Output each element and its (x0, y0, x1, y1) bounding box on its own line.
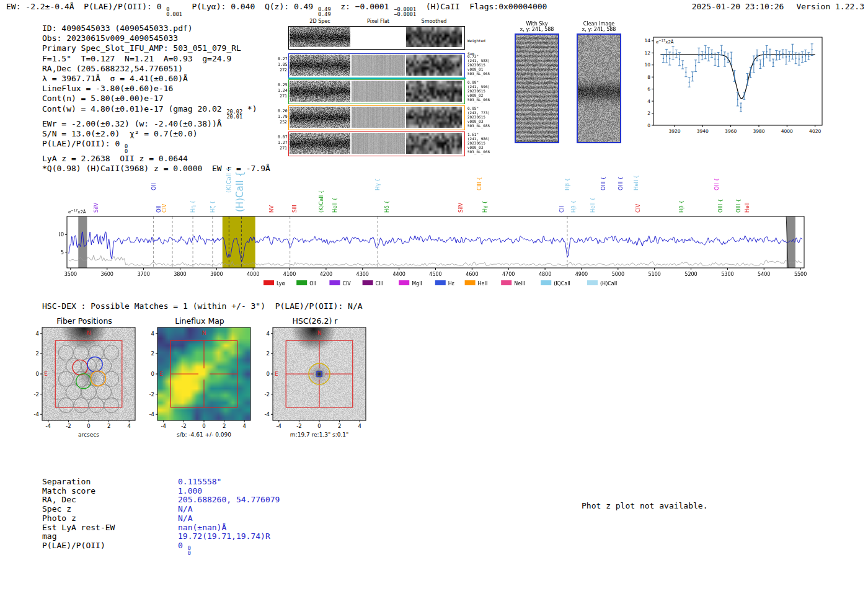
fiber-positions-plot: -4-4-2-2002244NEarcsecs (24, 326, 145, 442)
fiber-weight-labels: 0.271.05272 (278, 56, 287, 73)
line-marker-label: HeII { (633, 175, 639, 190)
svg-text:2: 2 (223, 423, 226, 429)
svg-text:2: 2 (267, 350, 270, 357)
with-sky-title: With Sky (512, 21, 562, 27)
header-stats-line: EW: -2.2±-0.4Å P(LAE)/P(OII): 0 00.001 P… (6, 2, 547, 17)
match-row: P(LAE)/P(OII)0 00 (42, 541, 280, 556)
svg-text:-4: -4 (149, 411, 154, 417)
line-marker-label: OII (151, 183, 157, 190)
fiber-id-labels: 0.95"(243, 773)20230615v009_03503_RL_085 (467, 106, 490, 128)
pixel-flat-strip (352, 107, 405, 128)
svg-text:2: 2 (36, 350, 39, 357)
svg-text:-4: -4 (265, 411, 270, 417)
svg-text:14: 14 (644, 38, 650, 43)
svg-text:(K)CaII: (K)CaII (554, 281, 570, 287)
svg-text:e−17x2Å: e−17x2Å (656, 38, 674, 45)
svg-text:CIII: CIII (376, 281, 384, 287)
svg-text:4: 4 (127, 423, 130, 429)
match-row-label: Est LyA rest-EW (42, 523, 178, 533)
svg-text:10: 10 (59, 232, 64, 238)
svg-text:5100: 5100 (648, 272, 660, 277)
info-line: F=1.5" T=0.127 N=1.21 A=0.93 g=24.9 (42, 54, 270, 64)
svg-text:3920: 3920 (668, 128, 680, 134)
svg-text:2: 2 (647, 110, 650, 116)
svg-text:0: 0 (87, 423, 90, 429)
spec2d-row: 0.201.792520.95"(243, 773)20230615v009_0… (278, 105, 506, 131)
svg-text:4000: 4000 (781, 128, 793, 134)
svg-text:0: 0 (151, 371, 154, 377)
clean-image (577, 33, 621, 143)
line-marker-label: SiII (291, 205, 298, 213)
svg-text:4600: 4600 (466, 272, 478, 277)
hsc-r-cutout: HSC(26.2) r -4-4-2-2002244NEm:19.7 re:1.… (254, 316, 376, 444)
match-row-label: mag (42, 532, 178, 541)
svg-text:2: 2 (338, 423, 341, 429)
svg-text:5: 5 (61, 250, 64, 256)
lineflux-map-title: Lineflux Map (139, 316, 260, 326)
line-marker-label: OIII { (717, 199, 724, 213)
match-row-value: 0.115558" (178, 477, 221, 486)
fiber-id-labels: 1.61"(241, 986)20230615v009_03503_RL_066 (467, 132, 490, 154)
full-spectrum-plot: 3500360037003800390040004100420043004400… (59, 158, 812, 290)
line-marker-label: CIII { (476, 177, 482, 190)
line-marker-label: SiIV (458, 203, 464, 213)
match-row-label: Photo z (42, 514, 178, 523)
2d-spec-strip (290, 55, 350, 76)
report-version: Version 1.22.3 (796, 2, 864, 11)
svg-text:N: N (317, 330, 322, 336)
svg-text:-2: -2 (181, 423, 186, 429)
noise-floor-line (69, 256, 802, 266)
2d-spec-strip (290, 81, 350, 102)
svg-text:-4: -4 (161, 423, 166, 429)
stacked-value: 0.490.49 (318, 7, 330, 17)
line-id-highlight-band (223, 216, 255, 268)
line-marker-label: CIV (635, 204, 641, 213)
spec2d-row: 0.271.052720.73"(241, 588)20230615v009_0… (278, 53, 506, 79)
info-line: Cont(w) = 4.80(±0.01)e-17 (gmag 20.02 20… (42, 104, 270, 119)
selected-row-underline (288, 78, 466, 79)
svg-text:10: 10 (644, 62, 650, 68)
match-row: Separation0.115558" (42, 478, 280, 487)
match-row-value: 0 00 (178, 541, 191, 550)
smoothed-strip (406, 133, 462, 154)
line-marker-label: Hγ { (482, 200, 488, 213)
info-line: RA,Dec (205.688232,54.776051) (42, 64, 270, 74)
svg-text:MgII: MgII (412, 281, 422, 287)
match-row-value: 205.688260, 54.776079 (178, 495, 280, 504)
clean-image-panel: Clean Image x, y: 241, 588 (574, 21, 624, 143)
svg-text:0: 0 (317, 423, 321, 429)
match-row-value: N/A (178, 513, 192, 523)
svg-text:4: 4 (242, 423, 246, 429)
svg-text:5400: 5400 (758, 272, 770, 277)
svg-text:8: 8 (647, 74, 650, 80)
line-marker-label: SiIV (93, 203, 99, 213)
svg-text:3900: 3900 (210, 272, 223, 277)
elixer-report-page: EW: -2.2±-0.4Å P(LAE)/P(OII): 0 00.001 P… (0, 0, 868, 591)
svg-text:CIV: CIV (342, 281, 351, 287)
svg-text:-4: -4 (277, 423, 281, 429)
with-sky-canvas (516, 35, 558, 142)
info-line: Cont(n) = 5.80(±0.00)e-17 (42, 94, 270, 104)
line-marker-label: HeII { (590, 197, 596, 213)
line-marker-label: (K)CaII { (225, 167, 232, 193)
svg-text:4900: 4900 (575, 272, 588, 277)
stacked-value: 00.001 (166, 7, 182, 17)
svg-text:4200: 4200 (320, 272, 332, 277)
spec2d-row: 0.071.272711.61"(241, 986)20230615v009_0… (278, 131, 506, 158)
svg-text:4300: 4300 (356, 272, 369, 277)
lineflux-map-cutout: Lineflux Map -4-4-2-2002244NEs/b: -4.61 … (139, 316, 260, 444)
fiber-positions-title: Fiber Positions (24, 316, 145, 326)
svg-text:4: 4 (647, 99, 650, 104)
fiber-weight-labels: 0.201.79252 (278, 109, 287, 125)
svg-text:E: E (275, 371, 278, 377)
with-sky-image (515, 33, 559, 143)
line-marker-label: (H)CaII { (234, 171, 246, 212)
line-marker-label: Hζ { (210, 201, 216, 213)
svg-text:OII: OII (309, 281, 316, 287)
match-row-value: nan(±nan)Å (178, 523, 226, 532)
svg-text:6: 6 (647, 86, 650, 92)
info-line: LineFlux = -3.80(±0.60)e-16 (42, 84, 270, 94)
line-marker-label: OIII { (735, 199, 742, 213)
match-row: Est LyA rest-EWnan(±nan)Å (42, 523, 280, 533)
svg-text:-2: -2 (265, 391, 270, 398)
